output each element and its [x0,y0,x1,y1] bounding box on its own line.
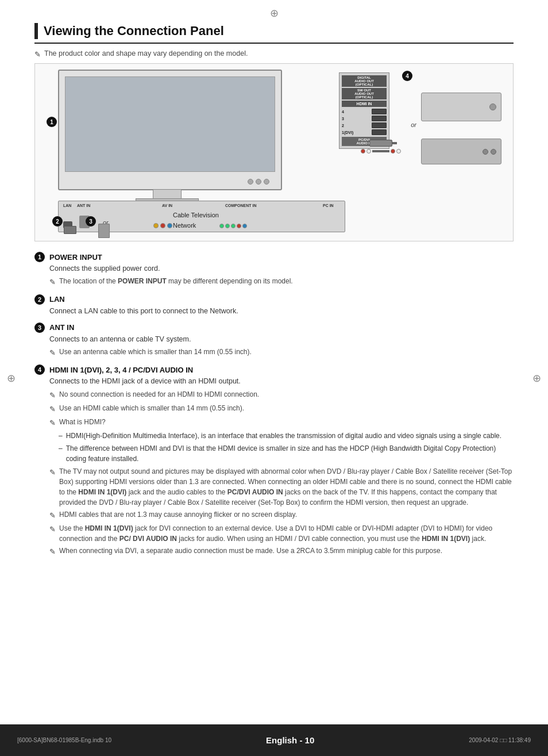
section-hdmi: 4 HDMI IN 1(DVI), 2, 3, 4 / PC/DVI AUDIO… [34,364,514,558]
tv-screen [65,76,275,172]
tv-btn2 [256,179,261,185]
hdmi-port-3-row: 3 [342,116,387,121]
tv-btn1 [248,179,253,185]
cable-tv-label: Cable Television Network [173,210,219,231]
audio-wire [372,150,389,152]
note-sym-3-1: ✎ [49,347,56,359]
section-3-text: Connects to an antenna or cable TV syste… [49,334,514,345]
num-4-circle: 4 [402,71,412,81]
section-4-header: 4 HDMI IN 1(DVI), 2, 3, 4 / PC/DVI AUDIO… [34,364,514,375]
footer-page-num: English - 10 [266,735,314,745]
hdmi-cable-plug [369,140,392,147]
right-device-top [421,93,501,121]
tv-btn3 [264,179,269,185]
note-sym-4-6: ✎ [49,524,56,535]
note-icon-top: ✎ [34,50,41,59]
section-2-body: Connect a LAN cable to this port to conn… [49,306,514,317]
section-1-text: Connects the supplied power cord. [49,263,514,274]
note-sym-4-2: ✎ [49,404,56,415]
section-4-note-7: ✎ When connecting via DVI, a separate au… [49,546,514,558]
pc-in-label: PC IN [323,204,334,208]
reg-mark-left: ⊕ [7,372,16,385]
note-text-1-1: The location of the POWER INPUT may be d… [59,276,293,286]
section-2-text: Connect a LAN cable to this port to conn… [49,306,514,317]
section-3-heading: ANT IN [49,323,74,332]
section-4-num: 4 [34,364,45,375]
right-device-bottom [421,139,501,164]
section-lan: 2 LAN Connect a LAN cable to this port t… [34,294,514,317]
hdmi-port-4-socket [372,109,387,114]
ant-in-label-panel: ANT IN [77,204,90,208]
av-in-label: AV IN [162,204,172,208]
note-sym-4-4: ✎ [49,467,56,478]
audio-connectors [361,149,401,153]
ant-connector-shape [98,224,110,238]
digital-audio-label: DIGITALAUDIO OUT(OPTICAL) [342,75,387,87]
note-sym-4-5: ✎ [49,510,56,521]
note-sym-4-7: ✎ [49,546,56,558]
title-accent-bar [34,23,38,39]
section-2-num: 2 [34,294,45,305]
note-text-4-4: The TV may not output sound and pictures… [59,466,514,508]
av-in-ports [153,223,172,228]
section-3-note-1: ✎ Use an antenna cable which is smaller … [49,347,514,359]
bullet-dash-1: – [59,431,63,442]
content-area: 1 POWER INPUT Connects the supplied powe… [34,252,514,558]
comp-port-2 [225,224,230,228]
section-4-body: Connects to the HDMI jack of a device wi… [49,376,514,558]
note-sym-1-1: ✎ [49,277,56,288]
hdmi-cable-wire [392,142,397,144]
tv-buttons [248,179,269,185]
note-text-4-2: Use an HDMI cable which is smaller than … [59,403,244,413]
bullet-2: – The difference between HDMI and DVI is… [59,443,514,465]
device-port-r [483,149,488,155]
page-footer: [6000-SA]BN68-01985B-Eng.indb 10 English… [0,724,548,756]
device-port-w [491,149,496,155]
section-4-note-3: ✎ What is HDMI? [49,417,514,429]
tv-body: 1 [58,70,282,190]
section-3-body: Connects to an antenna or cable TV syste… [49,334,514,359]
audio-conn-white [366,149,371,153]
bullet-text-1: HDMI(High-Definition Multimedia Interfac… [66,431,501,442]
comp-port-4 [237,224,241,228]
hdmi-port-3-socket [372,116,387,121]
section-1-body: Connects the supplied power cord. ✎ The … [49,263,514,289]
comp-port-5 [242,224,247,228]
section-1-num: 1 [34,252,45,262]
sw-out-label: SW OUTAUDIO OUT(OPTICAL) [342,88,387,99]
section-2-header: 2 LAN [34,294,514,305]
hdmi-port-4-row: 4 [342,109,387,114]
note-sym-4-1: ✎ [49,390,56,401]
cable-tv-line1: Cable Television [173,212,219,218]
or-text-right: or [411,121,416,128]
section-2-heading: LAN [49,295,65,304]
section-4-note-2: ✎ Use an HDMI cable which is smaller tha… [49,403,514,415]
component-ports [219,224,247,228]
note-text-3-1: Use an antenna cable which is smaller th… [59,347,252,357]
comp-port-3 [231,224,236,228]
audio-conn-red [361,149,365,153]
footer-right-text: 2009-04-02 □□ 11:38:49 [469,737,531,743]
hdmi-port-2-row: 2 [342,122,387,128]
note-text-4-3: What is HDMI? [59,417,106,427]
section-4-note-6: ✎ Use the HDMI IN 1(DVI) jack for DVI co… [49,523,514,544]
hdmi-port-2-socket [372,122,387,128]
note-text-4-7: When connecting via DVI, a separate audi… [59,546,442,556]
section-ant-in: 3 ANT IN Connects to an antenna or cable… [34,323,514,359]
section-4-heading: HDMI IN 1(DVI), 2, 3, 4 / PC/DVI AUDIO I… [49,366,193,374]
av-port-y [153,223,159,228]
page: ⊕ ⊕ ⊕ ⊕ Viewing the Connection Panel ✎ T… [0,0,548,756]
bullet-1: – HDMI(High-Definition Multimedia Interf… [59,431,514,442]
section-1-header: 1 POWER INPUT [34,252,514,262]
top-note-text: The product color and shape may vary dep… [44,49,248,57]
num-2-circle: 2 [52,216,63,227]
section-title-bar: Viewing the Connection Panel [34,23,514,44]
section-1-heading: POWER INPUT [49,253,102,262]
section-power-input: 1 POWER INPUT Connects the supplied powe… [34,252,514,289]
num-3-circle: 3 [86,216,96,227]
component-in-label: COMPONENT IN [225,204,256,208]
note-text-4-6: Use the HDMI IN 1(DVI) jack for DVI conn… [59,523,514,544]
note-sym-4-3: ✎ [49,417,56,429]
audio-conn-white2 [396,149,401,153]
section-4-note-1: ✎ No sound connection is needed for an H… [49,389,514,401]
